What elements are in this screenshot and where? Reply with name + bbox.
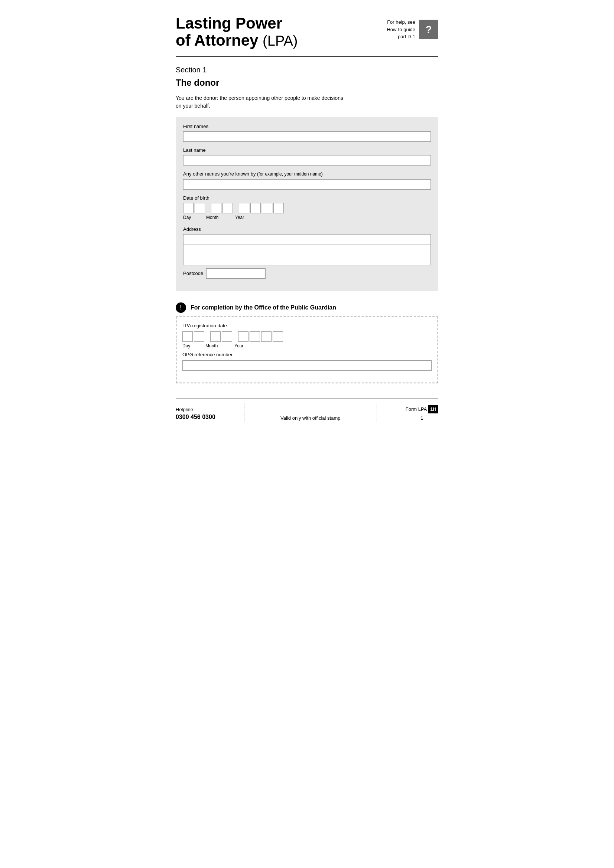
form-label: Form LPA <box>406 406 427 413</box>
address-line3-input[interactable] <box>183 255 431 265</box>
opg-header: ! For completion by the Office of the Pu… <box>176 302 438 313</box>
footer-right: Form LPA 1H 1 <box>406 405 438 422</box>
dob-year-box3[interactable] <box>262 203 272 213</box>
dob-label: Date of birth <box>183 195 431 202</box>
address-group: Address Postcode <box>183 226 431 279</box>
opg-title: For completion by the Office of the Publ… <box>191 304 336 312</box>
address-label: Address <box>183 226 431 232</box>
dob-day-box2[interactable] <box>194 203 205 213</box>
opg-day-label: Day <box>182 343 205 349</box>
first-names-label: First names <box>183 123 431 130</box>
opg-ref-group: OPG reference number <box>182 352 432 371</box>
opg-year-box2[interactable] <box>250 332 260 342</box>
footer: Helpline 0300 456 0300 Valid only with o… <box>176 403 438 422</box>
opg-year-box1[interactable] <box>238 332 249 342</box>
form-code: 1H <box>428 405 438 414</box>
dob-group: Date of birth Day Month Year <box>183 195 431 221</box>
title-line1: Lasting Power <box>176 14 282 32</box>
opg-month-label: Month <box>205 343 235 349</box>
section-title: The donor <box>176 76 438 89</box>
title-suffix: (LPA) <box>263 33 297 49</box>
opg-dob-boxes <box>182 332 432 342</box>
page-number: 1 <box>420 415 423 422</box>
opg-dob-label-line: Day Month Year <box>182 343 432 349</box>
opg-reg-date-group: LPA registration date Day Month Year <box>182 322 432 349</box>
last-name-label: Last name <box>183 147 431 153</box>
helpline-label: Helpline <box>176 406 215 413</box>
footer-divider <box>176 398 438 398</box>
opg-box: LPA registration date Day Month Year OPG… <box>176 316 438 383</box>
footer-center: Valid only with official stamp <box>273 415 348 422</box>
dob-month-box1[interactable] <box>211 203 221 213</box>
postcode-input[interactable] <box>206 268 266 279</box>
dob-day-label: Day <box>183 214 206 221</box>
dob-day-box1[interactable] <box>183 203 194 213</box>
helpline-number: 0300 456 0300 <box>176 413 215 421</box>
dob-year-label: Year <box>235 214 250 221</box>
help-line1: For help, see <box>387 19 415 25</box>
dob-year-box2[interactable] <box>250 203 261 213</box>
opg-year-box4[interactable] <box>273 332 283 342</box>
header-divider <box>176 56 438 57</box>
other-names-sublabel: (for example, your maiden name) <box>257 172 323 177</box>
opg-month-box2[interactable] <box>222 332 232 342</box>
help-text: For help, see How-to guide part D-1 <box>387 19 415 40</box>
donor-form-box: First names Last name Any other names yo… <box>176 117 438 291</box>
section-description: You are the donor: the person appointing… <box>176 94 438 110</box>
title-line2: of Attorney <box>176 31 258 49</box>
dob-month-label: Month <box>206 214 235 221</box>
footer-divider-left <box>244 403 244 422</box>
dob-month-box2[interactable] <box>222 203 233 213</box>
section-label: Section 1 <box>176 65 438 75</box>
page-header: Lasting Power of Attorney (LPA) For help… <box>176 15 438 49</box>
help-icon: ? <box>419 20 438 39</box>
dob-year-box1[interactable] <box>239 203 249 213</box>
opg-day-box1[interactable] <box>182 332 193 342</box>
help-line2: How-to guide <box>387 27 415 32</box>
postcode-row: Postcode <box>183 268 431 279</box>
opg-year-box3[interactable] <box>261 332 272 342</box>
footer-divider-right <box>377 403 377 422</box>
opg-reg-date-label: LPA registration date <box>182 322 432 329</box>
stamp-text: Valid only with official stamp <box>280 415 340 422</box>
opg-ref-input[interactable] <box>182 360 432 371</box>
help-line3: part D-1 <box>398 34 415 39</box>
postcode-label: Postcode <box>183 270 203 277</box>
address-line2-input[interactable] <box>183 245 431 255</box>
other-names-label: Any other names you're known by (for exa… <box>183 171 431 177</box>
other-names-group: Any other names you're known by (for exa… <box>183 171 431 189</box>
first-names-input[interactable] <box>183 131 431 142</box>
last-name-group: Last name <box>183 147 431 166</box>
main-title: Lasting Power of Attorney (LPA) <box>176 15 297 49</box>
dob-boxes <box>183 203 431 213</box>
address-line1-input[interactable] <box>183 234 431 245</box>
footer-left: Helpline 0300 456 0300 <box>176 406 215 422</box>
opg-icon: ! <box>176 302 186 313</box>
opg-month-box1[interactable] <box>210 332 221 342</box>
last-name-input[interactable] <box>183 155 431 166</box>
other-names-input[interactable] <box>183 179 431 190</box>
opg-year-label: Year <box>235 343 249 349</box>
help-box: For help, see How-to guide part D-1 ? <box>387 19 438 40</box>
dob-year-box4[interactable] <box>274 203 284 213</box>
dob-label-line: Day Month Year <box>183 214 431 221</box>
first-names-group: First names <box>183 123 431 142</box>
opg-day-box2[interactable] <box>194 332 204 342</box>
opg-ref-label: OPG reference number <box>182 352 432 358</box>
